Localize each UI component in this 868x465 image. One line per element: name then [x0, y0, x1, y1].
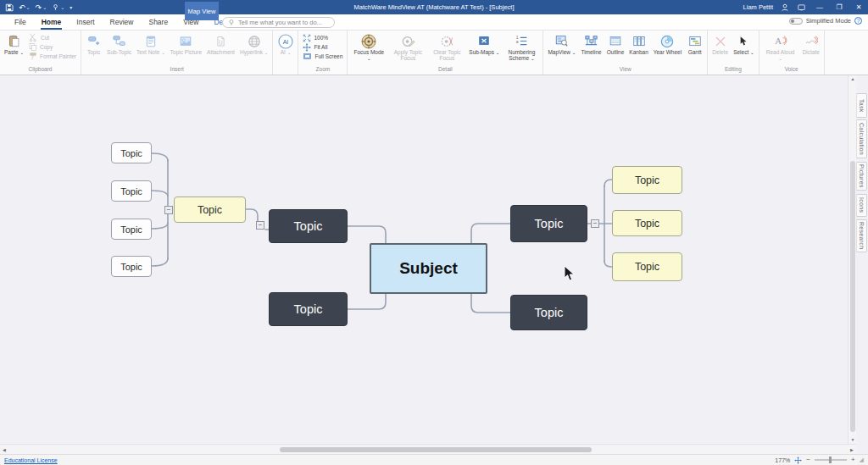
- text-note-button[interactable]: Text Note ⌄: [134, 31, 168, 56]
- close-button[interactable]: ✕: [853, 3, 865, 11]
- gantt-button[interactable]: Gantt: [684, 31, 705, 55]
- focus-mode-icon: [361, 33, 376, 49]
- collapse-left-sub-handle[interactable]: −: [164, 206, 173, 214]
- save-button[interactable]: [5, 3, 14, 12]
- copy-icon: [29, 42, 37, 52]
- cut-button[interactable]: Cut: [26, 33, 79, 42]
- fit-map-icon[interactable]: [794, 457, 802, 464]
- kanban-button[interactable]: Kanban: [626, 31, 650, 55]
- ribbon-group-label: View: [545, 65, 705, 75]
- topic-left-sub-2[interactable]: Topic: [111, 180, 152, 202]
- clear-topic-focus-button[interactable]: Clear Topic Focus: [427, 31, 466, 61]
- zoom-100-button[interactable]: 100%: [300, 33, 345, 42]
- quick-access-toolbar: ↶⌄ ↷⌄ ⌄ ▾: [0, 3, 72, 12]
- zoom-100-icon: [303, 34, 311, 42]
- maximize-button[interactable]: ❐: [833, 3, 845, 11]
- year-wheel-button[interactable]: Year Wheel: [651, 31, 684, 55]
- topic-lower-left[interactable]: Topic: [269, 292, 348, 326]
- redo-button[interactable]: ↷⌄: [36, 3, 47, 12]
- ribbon-group-zoom: 100%Fit AllFull ScreenZoom: [298, 30, 348, 75]
- side-panel-tab-icons[interactable]: Icons: [856, 194, 867, 217]
- collapse-right-sub-handle[interactable]: −: [591, 219, 599, 228]
- ribbon-tab-share[interactable]: Share: [141, 14, 175, 30]
- apply-topic-focus-button[interactable]: Apply Topic Focus: [388, 31, 427, 61]
- undo-button[interactable]: ↶⌄: [19, 3, 31, 12]
- ribbon-group-detail: Focus Mode ⌄Apply Topic FocusClear Topic…: [348, 30, 543, 75]
- zoom-slider[interactable]: [815, 459, 847, 461]
- ribbon-tab-review[interactable]: Review: [103, 14, 142, 30]
- map-canvas[interactable]: SubjectTopicTopicTopicTopicTopicTopicTop…: [0, 75, 848, 444]
- side-panel-tab-task[interactable]: Task: [856, 93, 867, 118]
- touch-mode-button[interactable]: ⌄: [52, 3, 64, 11]
- side-panel-tab-research[interactable]: Research: [856, 219, 867, 252]
- tell-me-search-input[interactable]: Tell me what you want to do...: [222, 17, 335, 28]
- format-painter-icon: [29, 52, 37, 61]
- zoom-slider-handle[interactable]: [829, 457, 832, 463]
- customize-qat-button[interactable]: ▾: [70, 4, 72, 10]
- full-screen-button[interactable]: Full Screen: [300, 52, 345, 61]
- help-icon[interactable]: ?: [854, 17, 862, 25]
- zoom-level: 177%: [775, 457, 790, 463]
- paste-button[interactable]: Paste ⌄: [2, 31, 26, 56]
- scroll-down-arrow[interactable]: ▼: [849, 436, 857, 444]
- topic-left-main[interactable]: Topic: [174, 197, 246, 223]
- mapview-button[interactable]: MapView ⌄: [545, 31, 578, 56]
- timeline-button[interactable]: Timeline: [578, 31, 604, 55]
- scroll-up-arrow[interactable]: ▲: [849, 75, 857, 83]
- topic-right-sub-3[interactable]: Topic: [612, 252, 682, 281]
- delete-button[interactable]: Delete: [709, 31, 731, 55]
- ribbon-group-label: Editing: [709, 65, 756, 75]
- account-avatar-icon[interactable]: [781, 3, 789, 12]
- ribbon-group-ai: AIAI ⌄: [273, 30, 298, 75]
- horizontal-scroll-thumb[interactable]: [280, 447, 592, 452]
- topic-right-sub-1[interactable]: Topic: [612, 166, 682, 194]
- attachment-button[interactable]: Attachment: [204, 31, 237, 55]
- read-aloud-button[interactable]: ARead Aloud ⌄: [761, 31, 800, 62]
- horizontal-scrollbar[interactable]: ◀ ▶: [0, 444, 856, 454]
- format-painter-button[interactable]: Format Painter: [26, 52, 79, 61]
- zoom-out-button[interactable]: −: [806, 457, 810, 463]
- dictate-button[interactable]: Dictate: [800, 31, 822, 55]
- ai-button[interactable]: AIAI ⌄: [275, 31, 296, 56]
- ribbon-tab-file[interactable]: File: [7, 14, 34, 30]
- collapse-left-main-handle[interactable]: −: [256, 221, 264, 230]
- educational-license-link[interactable]: Educational License: [4, 457, 58, 463]
- root-subject[interactable]: Subject: [370, 243, 487, 294]
- topic-left-sub-4[interactable]: Topic: [111, 256, 152, 277]
- simplified-mode-toggle[interactable]: [789, 18, 803, 25]
- hyperlink-button[interactable]: Hyperlink ⌄: [237, 31, 271, 56]
- ribbon-group-insert: TopicSub-TopicText Note ⌄Topic PictureAt…: [81, 30, 273, 75]
- topic-left-sub-1[interactable]: Topic: [111, 142, 152, 163]
- topic-upper-right[interactable]: Topic: [510, 205, 587, 242]
- display-settings-icon[interactable]: [797, 3, 806, 12]
- svg-text:A: A: [775, 36, 782, 46]
- side-panel-tab-pictures[interactable]: Pictures: [856, 162, 867, 191]
- side-panel-tab-calculation[interactable]: Calculation: [856, 119, 867, 158]
- topic-left-sub-3[interactable]: Topic: [111, 219, 152, 240]
- topic-right-sub-2[interactable]: Topic: [612, 210, 682, 236]
- topic-picture-button[interactable]: Topic Picture: [168, 31, 204, 55]
- topic-lower-right[interactable]: Topic: [510, 295, 587, 330]
- topic-upper-left[interactable]: Topic: [269, 209, 348, 243]
- ribbon-tab-home[interactable]: Home: [34, 14, 70, 30]
- vertical-scroll-thumb[interactable]: [850, 161, 855, 432]
- sub-maps-button[interactable]: Sub-Maps ⌄: [466, 31, 502, 56]
- vertical-scrollbar[interactable]: ▲ ▼: [848, 75, 856, 444]
- lightbulb-icon: [228, 19, 235, 26]
- copy-button[interactable]: Copy: [26, 42, 79, 52]
- fit-all-button[interactable]: Fit All: [300, 42, 345, 52]
- mouse-cursor: [564, 265, 576, 282]
- sub-topic-button[interactable]: Sub-Topic: [104, 31, 134, 55]
- ribbon-tab-insert[interactable]: Insert: [69, 14, 102, 30]
- outline-button[interactable]: Outline: [604, 31, 627, 55]
- zoom-in-button[interactable]: +: [851, 457, 855, 463]
- apply-focus-icon: [401, 33, 415, 49]
- ribbon-group-voice: ARead Aloud ⌄DictateVoice: [760, 30, 825, 75]
- topic-button[interactable]: Topic: [83, 31, 104, 55]
- numbering-scheme-button[interactable]: 1aNumbering Scheme ⌄: [502, 31, 541, 62]
- mindview-window: ↶⌄ ↷⌄ ⌄ ▾ MatchWare MindView AT (Matchwa…: [0, 0, 868, 465]
- select-button[interactable]: Select ⌄: [731, 31, 756, 56]
- map-view-tab[interactable]: Map View: [185, 2, 219, 20]
- focus-mode-button[interactable]: Focus Mode ⌄: [349, 31, 388, 62]
- minimize-button[interactable]: —: [814, 3, 826, 11]
